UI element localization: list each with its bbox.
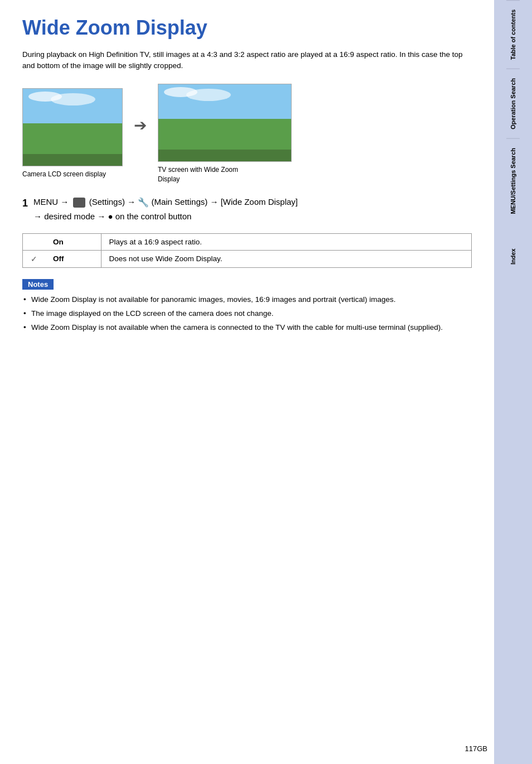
notes-label: Notes <box>22 279 54 290</box>
table-row: On Plays at a 16:9 aspect ratio. <box>23 233 472 250</box>
checkmark-icon: ✓ <box>31 255 37 263</box>
arrow-right-icon: ➔ <box>134 116 147 134</box>
option-description-cell: Does not use Wide Zoom Display. <box>101 250 472 267</box>
tv-screen-image <box>158 84 292 162</box>
page-title: Wide Zoom Display <box>22 17 472 39</box>
step-bracket-label: [Wide Zoom Display] <box>221 197 298 206</box>
page-number: 117GB <box>465 744 487 753</box>
step-line2: → desired mode → ● on the control button <box>33 212 191 221</box>
option-description-cell: Plays at a 16:9 aspect ratio. <box>101 233 472 250</box>
step-arrow1: → <box>60 197 71 206</box>
list-item: Wide Zoom Display is not available when … <box>22 322 472 333</box>
image-block-left: Camera LCD screen display <box>22 88 123 179</box>
intro-paragraph: During playback on High Definition TV, s… <box>22 49 472 72</box>
sidebar: Table of contentsOperation SearchMENU/Se… <box>494 0 532 764</box>
image-block-right: TV screen with Wide Zoom Display <box>158 84 292 184</box>
checkmark-cell <box>23 233 46 250</box>
list-item: The image displayed on the LCD screen of… <box>22 308 472 319</box>
instruction-step: 1 MENU → (Settings) → 🔧 (Main Settings) … <box>22 195 472 223</box>
sidebar-tab-2[interactable]: MENU/Settings Search <box>506 138 520 223</box>
step-arrow2: → <box>127 197 138 206</box>
options-table: On Plays at a 16:9 aspect ratio. ✓ Off D… <box>22 233 472 268</box>
step-settings-label: (Settings) <box>89 197 125 206</box>
step-menu-label: MENU <box>33 197 58 206</box>
sidebar-tab-0[interactable]: Table of contents <box>506 0 520 69</box>
camera-lcd-image <box>22 88 123 166</box>
step-number: 1 <box>22 195 28 212</box>
images-row: Camera LCD screen display ➔ TV screen wi… <box>22 84 472 184</box>
notes-list: Wide Zoom Display is not available for p… <box>22 294 472 334</box>
caption-right: TV screen with Wide Zoom Display <box>158 165 258 184</box>
list-item: Wide Zoom Display is not available for p… <box>22 294 472 305</box>
option-name-cell: Off <box>45 250 101 267</box>
notes-section: Notes Wide Zoom Display is not available… <box>22 279 472 334</box>
step-content: MENU → (Settings) → 🔧 (Main Settings) → … <box>33 195 298 223</box>
table-row: ✓ Off Does not use Wide Zoom Display. <box>23 250 472 267</box>
settings-icon <box>73 198 85 208</box>
option-name-cell: On <box>45 233 101 250</box>
checkmark-cell: ✓ <box>23 250 46 267</box>
sidebar-tab-1[interactable]: Operation Search <box>506 69 520 138</box>
step-arrow3: → <box>210 197 220 206</box>
step-main-label: (Main Settings) <box>151 197 207 206</box>
wrench-icon: 🔧 <box>138 198 149 207</box>
caption-left: Camera LCD screen display <box>22 170 106 179</box>
sidebar-tab-3[interactable]: Index <box>506 223 520 290</box>
